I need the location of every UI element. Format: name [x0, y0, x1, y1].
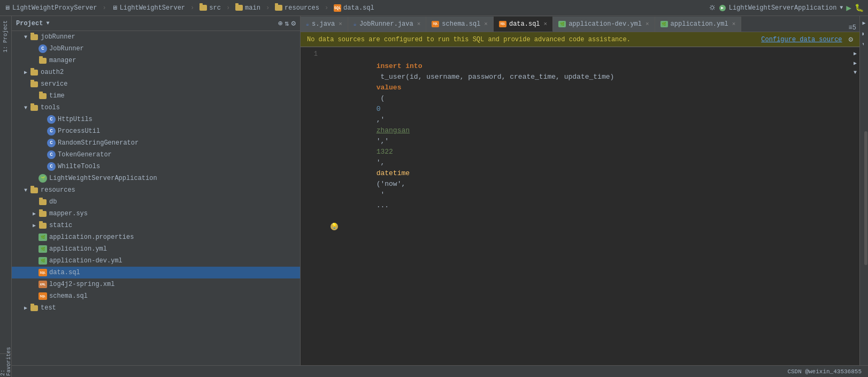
folder-icon-resources: [275, 5, 282, 11]
label-ProcessUtil: ProcessUtil: [58, 127, 100, 135]
panel-caret[interactable]: ▼: [46, 20, 49, 26]
tab-icon-JobRunner: ☕: [354, 21, 357, 27]
notification-gear-icon[interactable]: ⚙: [849, 35, 853, 44]
hint-bulb-icon[interactable]: 💡: [331, 223, 338, 230]
tree-item-log4j2-spring-xml[interactable]: XML log4j2-spring.xml: [12, 278, 300, 290]
folder-icon-db: [39, 198, 47, 206]
code-comma-1: ,': [377, 116, 385, 124]
favorites-label[interactable]: 2: Favorites: [0, 347, 12, 376]
folder-icon-static: [39, 222, 47, 229]
tree-item-WhilteTools[interactable]: C WhilteTools: [12, 161, 300, 172]
code-datetime-args: ('now',: [377, 180, 406, 188]
label-RandomStringGenerator: RandomStringGenerator: [58, 139, 139, 147]
spring-icon-LightWeightServerApplication: 🌱: [39, 174, 47, 183]
tab-application-dev-yml[interactable]: 🌿 application-dev.yml ×: [553, 17, 655, 32]
tree-item-service[interactable]: service: [12, 78, 300, 90]
tree-item-ProcessUtil[interactable]: C ProcessUtil: [12, 125, 300, 137]
tab-bar: ☕ s.java × ☕ JobRunner.java × SQL schema…: [301, 16, 859, 32]
tree-item-static[interactable]: static: [12, 220, 300, 231]
tab-close-JobRunner-java[interactable]: ×: [417, 21, 421, 27]
tab-close-application-yml[interactable]: ×: [732, 21, 736, 27]
watermark: CSDN @weixin_43536855: [787, 368, 862, 375]
tree-item-resources[interactable]: resources: [12, 184, 300, 196]
tab-more-button[interactable]: ≡5: [849, 24, 856, 32]
tab-schema-sql[interactable]: SQL schema.sql ×: [426, 17, 494, 32]
tree-item-schema-sql[interactable]: SQL schema.sql: [12, 290, 300, 302]
tree-item-HttpUtils[interactable]: C HttpUtils: [12, 114, 300, 125]
sql-icon-data-sql-tree: SQL: [39, 269, 47, 276]
tree-item-mapper-sys[interactable]: mapper.sys: [12, 208, 300, 220]
breadcrumb-src[interactable]: src: [199, 4, 221, 12]
label-application-properties: application.properties: [49, 233, 134, 241]
kw-values: values: [377, 84, 402, 92]
run-config-dropdown[interactable]: ▼: [840, 5, 843, 11]
breadcrumb-main[interactable]: main: [235, 4, 260, 12]
notification-bar: No data sources are configured to run th…: [301, 32, 859, 47]
label-oauth2: oauth2: [41, 69, 64, 76]
debug-button[interactable]: 🐛: [855, 3, 864, 12]
breadcrumb-datasql[interactable]: SQL data.sql: [334, 4, 374, 12]
tab-close-data-sql[interactable]: ×: [544, 21, 548, 27]
tree-item-RandomStringGenerator[interactable]: C RandomStringGenerator: [12, 137, 300, 149]
line-number-1: 1: [301, 50, 318, 58]
tree-item-data-sql[interactable]: SQL data.sql: [12, 267, 300, 278]
class-icon-HttpUtils: C: [47, 115, 56, 124]
panel-header: Project ▼ ⊕ ⇅ ⚙: [12, 16, 300, 31]
folder-icon-tools: [30, 104, 39, 111]
panel-icon-gear[interactable]: ⊕: [278, 19, 282, 28]
folder-icon-service: [30, 80, 39, 88]
label-time: time: [49, 92, 65, 100]
run-button[interactable]: ▶: [846, 3, 851, 13]
tree-item-manager[interactable]: manager: [12, 55, 300, 66]
panel-icon-collapse[interactable]: ⇅: [285, 19, 289, 28]
label-test: test: [41, 304, 56, 312]
tab-s-java[interactable]: ☕ s.java ×: [301, 17, 348, 32]
yaml-icon-app-dev-yml: 🌿: [39, 257, 47, 265]
label-HttpUtils: HttpUtils: [58, 116, 93, 123]
label-mapper-sys: mapper.sys: [49, 210, 88, 217]
kw-insert: insert into: [377, 62, 423, 70]
label-schema-sql: schema.sql: [49, 292, 88, 300]
tree-item-application-dev-yml[interactable]: 🌿 application-dev.yml: [12, 255, 300, 267]
left-sidebar-strip: 1: Project: [0, 16, 12, 365]
breadcrumb-server[interactable]: 🖥 LightWeightServer: [112, 4, 185, 12]
tab-application-yml[interactable]: 🌿 application.yml ×: [655, 17, 742, 32]
run-config-label: LightWeightServerApplication: [729, 4, 837, 12]
tree-item-application-properties[interactable]: 🌿 application.properties: [12, 231, 300, 243]
breadcrumb-resources[interactable]: resources: [275, 4, 319, 12]
configure-datasource-link[interactable]: Configure data source: [761, 36, 842, 43]
tab-close-s-java[interactable]: ×: [339, 21, 342, 27]
tree-item-application-yml[interactable]: 🌿 application.yml: [12, 243, 300, 255]
arrow-oauth2: [22, 69, 29, 76]
tree-item-test[interactable]: test: [12, 302, 300, 314]
tree-item-oauth2[interactable]: oauth2: [12, 66, 300, 78]
tree-item-jobRunner[interactable]: jobRunner: [12, 31, 300, 43]
tree-item-LightWeightServerApplication[interactable]: 🌱 LightWeightServerApplication: [12, 172, 300, 184]
tree-item-tools[interactable]: tools: [12, 102, 300, 114]
tree-item-TokenGenerator[interactable]: C TokenGenerator: [12, 149, 300, 161]
code-ellipsis: ': [377, 191, 385, 199]
tab-icon-data-sql: SQL: [499, 21, 506, 27]
code-line-1: insert into t_user(id, username, passwor…: [326, 50, 847, 222]
right-panel-btn-1[interactable]: ▶: [861, 19, 868, 27]
breadcrumb-proxy[interactable]: 🖥 LightWeightProxyServer: [4, 4, 97, 12]
class-icon-WhilteTools: C: [47, 162, 56, 171]
code-content[interactable]: insert into t_user(id, username, passwor…: [322, 47, 851, 365]
code-token-insert: insert into t_user(id, username, passwor…: [326, 50, 618, 222]
class-icon-ProcessUtil: C: [47, 127, 56, 135]
tab-close-application-dev-yml[interactable]: ×: [646, 21, 649, 27]
folder-icon-oauth2: [30, 69, 39, 76]
tree-scrollbar[interactable]: [864, 31, 868, 365]
tree-scroll-thumb[interactable]: [864, 131, 867, 265]
tab-icon-application-dev-yml: 🌿: [558, 21, 566, 27]
tab-JobRunner-java[interactable]: ☕ JobRunner.java ×: [348, 17, 426, 32]
tree-item-db[interactable]: db: [12, 196, 300, 208]
project-strip-label[interactable]: 1: Project: [3, 16, 9, 57]
label-log4j2-spring-xml: log4j2-spring.xml: [49, 281, 114, 288]
tab-close-schema-sql[interactable]: ×: [484, 21, 488, 27]
tree-item-JobRunner-class[interactable]: C JobRunner: [12, 43, 300, 55]
panel-icon-settings[interactable]: ⚙: [291, 19, 296, 28]
breadcrumb-label-3: main: [245, 4, 260, 12]
tree-item-time[interactable]: time: [12, 90, 300, 102]
tab-data-sql[interactable]: SQL data.sql ×: [494, 17, 553, 32]
